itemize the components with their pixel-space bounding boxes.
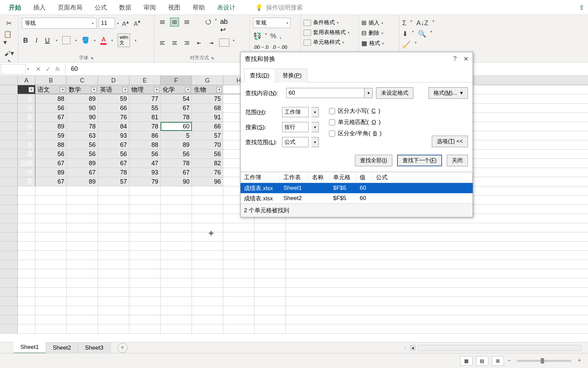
cell[interactable]	[161, 269, 192, 278]
cell[interactable]	[98, 205, 129, 214]
cell[interactable]: 78	[129, 122, 161, 131]
cell[interactable]	[255, 223, 286, 232]
cell[interactable]	[18, 260, 35, 269]
row-header[interactable]	[0, 168, 18, 177]
cell[interactable]	[35, 251, 67, 260]
cell[interactable]	[161, 315, 192, 324]
align-center[interactable]	[170, 39, 179, 47]
cell[interactable]	[255, 251, 286, 260]
comma-icon[interactable]: ,	[280, 32, 282, 40]
row-header[interactable]	[0, 324, 18, 333]
match-case-checkbox[interactable]: 区分大小写(C)	[329, 107, 381, 115]
row-header[interactable]	[0, 186, 18, 195]
percent-icon[interactable]: %	[270, 32, 276, 40]
conditional-formatting-button[interactable]: 条件格式 ▾	[303, 18, 356, 28]
result-row[interactable]: 成绩表.xlsx Sheet1 $F$5 60	[241, 183, 473, 193]
row-header[interactable]	[0, 94, 18, 103]
cell[interactable]	[129, 186, 161, 195]
row-header[interactable]	[0, 251, 18, 260]
cell[interactable]	[129, 260, 161, 269]
cell[interactable]	[223, 269, 255, 278]
cell[interactable]: 89	[161, 140, 192, 149]
cell[interactable]: 56	[129, 150, 161, 158]
cell[interactable]	[18, 297, 35, 306]
tell-me-search[interactable]: 💡 操作说明搜索	[255, 3, 303, 12]
clear-icon[interactable]: 🧹	[402, 41, 411, 49]
cancel-formula-icon[interactable]: ✕	[36, 65, 41, 73]
cell[interactable]	[161, 223, 192, 232]
bold-button[interactable]: B	[22, 36, 29, 44]
cell[interactable]	[98, 186, 129, 195]
filter-icon[interactable]: ▾	[60, 87, 65, 92]
cell[interactable]: 86	[129, 131, 161, 140]
cell[interactable]	[98, 223, 129, 232]
cell[interactable]	[161, 297, 192, 306]
cell[interactable]: 90	[67, 104, 98, 112]
tab-formulas[interactable]: 公式	[88, 0, 113, 15]
cell[interactable]: 75	[192, 94, 223, 103]
cell[interactable]	[98, 260, 129, 269]
cell[interactable]	[98, 306, 129, 315]
scroll-left-icon[interactable]: ◂	[410, 345, 416, 351]
lookin-select[interactable]: 公式	[282, 137, 309, 147]
enter-formula-icon[interactable]: ✓	[46, 65, 51, 73]
close-icon[interactable]: ✕	[463, 55, 469, 63]
cell[interactable]: 89	[67, 177, 98, 186]
cell[interactable]: 56	[67, 140, 98, 149]
cell[interactable]: 毛	[18, 140, 35, 149]
filter-icon[interactable]: ▾	[122, 87, 128, 92]
font-launcher[interactable]: ⬊	[91, 56, 94, 60]
tab-home[interactable]: 开始	[3, 0, 27, 15]
cell[interactable]: 丁	[18, 131, 35, 140]
cell[interactable]	[67, 223, 98, 232]
tab-review[interactable]: 审阅	[137, 0, 162, 15]
cell[interactable]	[67, 251, 98, 260]
font-size-dd[interactable]: ▾	[117, 21, 119, 25]
row-header[interactable]	[0, 278, 18, 287]
cell[interactable]: 67	[35, 177, 67, 186]
cell[interactable]: 56	[67, 150, 98, 158]
cell[interactable]	[67, 260, 98, 269]
cell[interactable]: 55	[129, 104, 161, 112]
cell[interactable]: 67	[161, 168, 192, 177]
row-header[interactable]	[0, 131, 18, 140]
cell[interactable]	[223, 288, 255, 296]
col-header-C[interactable]: C	[67, 76, 98, 85]
cell[interactable]: 67	[35, 113, 67, 122]
filter-icon[interactable]: ▾	[29, 87, 34, 92]
cell[interactable]	[161, 278, 192, 287]
tab-view[interactable]: 视图	[162, 0, 186, 15]
cell[interactable]	[129, 242, 161, 250]
cell[interactable]	[223, 278, 255, 287]
font-size-select[interactable]: 11	[99, 18, 115, 29]
cell[interactable]: 89	[67, 159, 98, 168]
cell[interactable]: 乐	[18, 122, 35, 131]
cell[interactable]	[192, 288, 223, 296]
cell[interactable]: 82	[192, 159, 223, 168]
page-layout-view-icon[interactable]: ▤	[476, 356, 488, 366]
cell[interactable]: 59	[98, 94, 129, 103]
clipboard-launcher[interactable]: ⬊	[7, 59, 11, 63]
header-cell[interactable]: 化学▾	[161, 85, 192, 94]
fill-color-button[interactable]: 🪣	[82, 36, 89, 44]
cell[interactable]: 91	[192, 113, 223, 122]
cell[interactable]	[161, 306, 192, 315]
cell[interactable]	[223, 297, 255, 306]
cell[interactable]: 76	[192, 168, 223, 177]
merge-button[interactable]	[219, 39, 229, 47]
cell[interactable]	[67, 232, 98, 241]
cell[interactable]	[192, 205, 223, 214]
align-middle[interactable]	[170, 18, 179, 27]
cell[interactable]: 56	[35, 104, 67, 112]
align-right[interactable]	[182, 39, 191, 47]
select-all-corner[interactable]	[0, 76, 18, 85]
cell[interactable]	[161, 242, 192, 250]
cell[interactable]	[255, 278, 286, 287]
cell[interactable]	[67, 306, 98, 315]
cell[interactable]	[223, 315, 255, 324]
delete-cells-button[interactable]: ⊟删除 ▾	[361, 28, 397, 38]
match-entire-checkbox[interactable]: 单元格匹配(O)	[329, 118, 381, 126]
align-top[interactable]	[158, 18, 167, 27]
cell[interactable]: 78	[67, 122, 98, 131]
cell[interactable]	[129, 297, 161, 306]
